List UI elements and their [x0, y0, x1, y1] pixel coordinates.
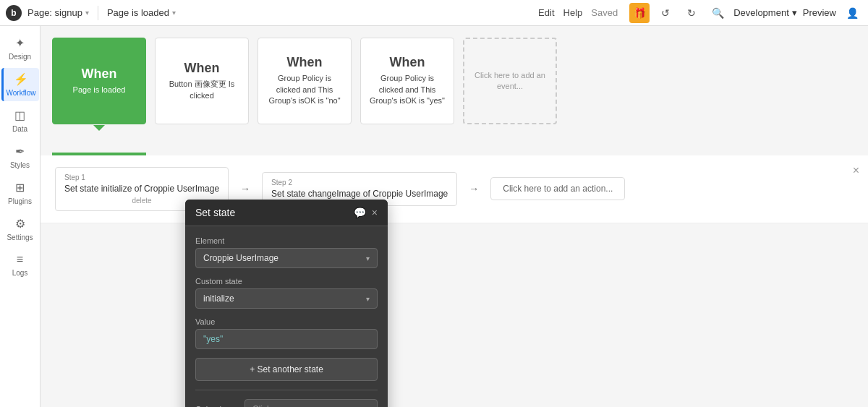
step-2-label: Step 2 — [271, 179, 448, 187]
user-avatar[interactable]: 👤 — [842, 3, 862, 23]
plugins-icon: ⊞ — [15, 181, 25, 194]
topbar-icons: 🎁 ↺ ↻ 🔍 Development ▾ Preview 👤 — [629, 3, 862, 23]
custom-state-select[interactable]: initialize ▾ — [195, 288, 378, 309]
event-card-add[interactable]: Click here to add an event... — [463, 38, 557, 124]
add-action-button[interactable]: Click here to add an action... — [490, 177, 625, 200]
event-card-1[interactable]: When Button 画像変更 Is clicked — [155, 38, 249, 124]
event-desc-1: Button 画像変更 Is clicked — [163, 79, 241, 101]
undo-button[interactable]: ↺ — [655, 3, 676, 23]
main-layout: ✦ Design ⚡ Workflow ◫ Data ✒ Styles ⊞ Pl… — [0, 26, 868, 407]
element-label: Element — [195, 236, 378, 245]
element-select[interactable]: Croppie UserImage ▾ — [195, 248, 378, 268]
element-select-value: Croppie UserImage — [203, 253, 278, 263]
custom-state-label: Custom state — [195, 277, 378, 286]
event-when-label-1: When — [184, 61, 220, 76]
page-chevron: ▾ — [85, 9, 89, 17]
event-desc-2: Group Policy is clicked and This Group's… — [265, 73, 344, 106]
sidebar-item-workflow[interactable]: ⚡ Workflow — [1, 68, 39, 101]
event-desc-0: Page is loaded — [73, 85, 126, 95]
sidebar-item-styles[interactable]: ✒ Styles — [1, 140, 39, 173]
sidebar-item-label-design: Design — [9, 53, 31, 61]
custom-state-chevron-icon: ▾ — [366, 295, 370, 303]
dialog-body: Element Croppie UserImage ▾ Custom state… — [185, 226, 388, 407]
event-card-3[interactable]: When Group Policy is clicked and This Gr… — [360, 38, 454, 124]
dialog-section-conditions: Only when Click Add a breakpoint in debu… — [195, 390, 378, 407]
workflow-label: Page is loaded — [107, 7, 169, 18]
sidebar-item-label-logs: Logs — [12, 269, 28, 277]
styles-icon: ✒ — [15, 145, 25, 158]
settings-icon: ⚙ — [15, 217, 25, 231]
logs-icon: ≡ — [17, 253, 23, 266]
main-content: When Page is loaded When Button 画像変更 Is … — [41, 26, 868, 407]
event-when-label-3: When — [390, 55, 425, 70]
event-when-label-0: When — [82, 67, 117, 82]
dev-selector[interactable]: Development ▾ — [733, 7, 797, 18]
add-state-button[interactable]: + Set another state — [195, 358, 378, 381]
data-icon: ◫ — [14, 108, 25, 122]
set-state-dialog: Set state 💬 × Element Croppie UserImage … — [185, 200, 388, 407]
only-when-input[interactable]: Click — [244, 399, 378, 407]
sidebar-item-label-styles: Styles — [10, 161, 30, 169]
dev-chevron: ▾ — [792, 7, 797, 18]
element-field: Element Croppie UserImage ▾ — [195, 236, 378, 268]
dev-label: Development — [733, 7, 789, 18]
event-when-label-2: When — [287, 55, 323, 70]
app-logo: b — [6, 5, 22, 21]
sidebar-item-design[interactable]: ✦ Design — [1, 32, 39, 65]
topbar: b Page: signup ▾ Page is loaded ▾ Edit H… — [0, 0, 868, 26]
dialog-header-icons: 💬 × — [354, 207, 378, 218]
preview-button[interactable]: Preview — [803, 7, 836, 18]
sidebar: ✦ Design ⚡ Workflow ◫ Data ✒ Styles ⊞ Pl… — [0, 26, 41, 407]
sidebar-item-label-plugins: Plugins — [8, 197, 32, 205]
actions-area: Step 1 Set state initialize of Croppie U… — [41, 155, 868, 223]
dialog-header: Set state 💬 × — [185, 200, 388, 226]
event-card-0[interactable]: When Page is loaded — [52, 38, 146, 124]
event-add-desc: Click here to add an event... — [472, 70, 548, 93]
sidebar-item-label-workflow: Workflow — [7, 89, 36, 97]
element-chevron-icon: ▾ — [366, 254, 370, 262]
search-button[interactable]: 🔍 — [707, 3, 728, 23]
topbar-actions: Edit Help Saved — [538, 7, 618, 18]
workflow-icon: ⚡ — [14, 72, 28, 86]
dialog-title: Set state — [195, 207, 235, 218]
topbar-divider-1 — [98, 6, 98, 20]
redo-button[interactable]: ↻ — [681, 3, 702, 23]
step-2-desc: Set state changeImage of Croppie UserIma… — [271, 188, 448, 200]
custom-state-field: Custom state initialize ▾ — [195, 277, 378, 309]
design-icon: ✦ — [15, 36, 25, 50]
sidebar-item-label-settings: Settings — [7, 234, 33, 241]
sidebar-item-settings[interactable]: ⚙ Settings — [1, 213, 39, 246]
value-input[interactable]: "yes" — [195, 329, 378, 349]
sidebar-item-label-data: Data — [12, 125, 27, 133]
custom-state-value: initialize — [203, 294, 234, 304]
sidebar-item-logs[interactable]: ≡ Logs — [1, 249, 39, 281]
event-card-2[interactable]: When Group Policy is clicked and This Gr… — [258, 38, 352, 124]
page-label: Page: signup — [27, 7, 82, 18]
only-when-row: Only when Click — [195, 399, 378, 407]
events-bar: When Page is loaded When Button 画像変更 Is … — [41, 26, 868, 153]
sidebar-item-data[interactable]: ◫ Data — [1, 104, 39, 137]
close-actions-button[interactable]: × — [853, 164, 859, 177]
event-desc-3: Group Policy is clicked and This Group's… — [368, 73, 446, 106]
edit-menu[interactable]: Edit — [538, 7, 554, 18]
value-field: Value "yes" — [195, 317, 378, 349]
dialog-close-button[interactable]: × — [372, 207, 378, 218]
logo-letter: b — [11, 8, 16, 18]
step-1-label: Step 1 — [64, 173, 219, 181]
sidebar-item-plugins[interactable]: ⊞ Plugins — [1, 176, 39, 210]
page-selector[interactable]: Page: signup ▾ — [27, 7, 89, 18]
workflow-selector[interactable]: Page is loaded ▾ — [107, 7, 532, 18]
workflow-chevron: ▾ — [172, 9, 176, 17]
step-arrow-1: → — [240, 183, 250, 194]
step-arrow-2: → — [469, 183, 479, 194]
saved-status: Saved — [591, 7, 618, 18]
dialog-comment-button[interactable]: 💬 — [354, 207, 366, 218]
help-menu[interactable]: Help — [563, 7, 583, 18]
step-1-desc: Set state initialize of Croppie UserImag… — [64, 183, 219, 195]
value-label: Value — [195, 317, 378, 326]
gift-icon-button[interactable]: 🎁 — [629, 3, 650, 23]
